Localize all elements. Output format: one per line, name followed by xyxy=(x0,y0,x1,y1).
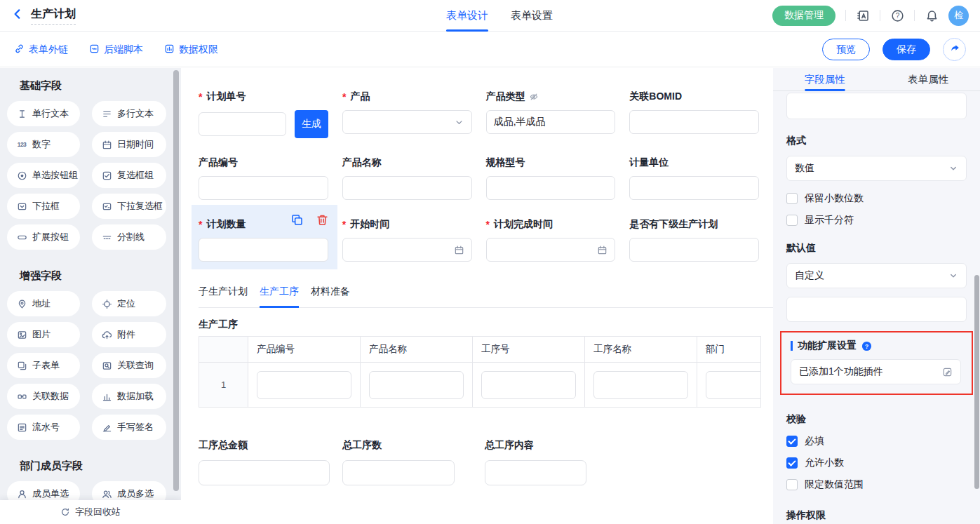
sidebar-item-复选框组[interactable]: 复选框组 xyxy=(92,163,166,188)
field-date-input[interactable] xyxy=(486,238,616,262)
default-value-input[interactable] xyxy=(786,297,967,322)
page-title[interactable]: 生产计划 xyxy=(31,7,76,25)
field-input[interactable] xyxy=(199,176,328,200)
field-input[interactable] xyxy=(199,460,330,485)
preview-button[interactable]: 预览 xyxy=(822,39,870,60)
edit-icon[interactable] xyxy=(942,367,953,377)
sidebar-item-附件[interactable]: 附件 xyxy=(92,322,166,347)
checkbox-unchecked[interactable] xyxy=(786,193,798,204)
subform-tab-2[interactable]: 材料准备 xyxy=(311,280,350,307)
canvas-field-总工序数[interactable]: 总工序数 xyxy=(342,439,455,485)
sidebar-item-手写签名[interactable]: 手写签名 xyxy=(92,415,166,440)
address-book-icon[interactable] xyxy=(856,8,870,22)
sidebar-item-关联查询[interactable]: 关联查询 xyxy=(92,353,166,378)
sidebar-item-定位[interactable]: 定位 xyxy=(92,291,166,316)
sidebar-item-多行文本[interactable]: 多行文本 xyxy=(92,101,166,126)
field-input[interactable] xyxy=(629,110,759,134)
checkbox-checked[interactable] xyxy=(786,457,798,469)
table-cell-input[interactable] xyxy=(369,371,464,399)
field-select[interactable] xyxy=(342,110,472,134)
panel-tab-0[interactable]: 字段属性 xyxy=(773,68,877,90)
share-button[interactable] xyxy=(943,38,966,61)
field-input[interactable] xyxy=(629,238,759,262)
sidebar-item-数字[interactable]: 123数字 xyxy=(7,132,80,157)
toolbar-link[interactable]: 表单外链 xyxy=(14,43,68,56)
sidebar-item-数据加载[interactable]: 数据加载 xyxy=(92,384,166,409)
format-select[interactable]: 数值 xyxy=(786,156,967,181)
sidebar-item-子表单[interactable]: 子表单 xyxy=(7,353,80,378)
sidebar-scrollbar[interactable] xyxy=(173,70,179,491)
canvas-field-产品[interactable]: *产品 xyxy=(342,90,472,138)
panel-scrollbar[interactable] xyxy=(974,275,979,489)
canvas-field-规格型号[interactable]: 规格型号 xyxy=(486,156,616,200)
checkbox-row-保留小数位数[interactable]: 保留小数位数 xyxy=(786,192,967,205)
process-table[interactable]: 产品编号产品名称工序号工序名称部门 1 xyxy=(199,336,761,408)
canvas-field-产品名称[interactable]: 产品名称 xyxy=(342,156,472,200)
field-title-input[interactable] xyxy=(786,93,967,119)
sidebar-item-下拉框[interactable]: 下拉框 xyxy=(7,194,80,219)
sidebar-item-流水号[interactable]: 流水号 xyxy=(7,415,80,440)
field-input[interactable] xyxy=(629,176,759,200)
field-input[interactable] xyxy=(342,176,472,200)
checkbox-row-显示千分符[interactable]: 显示千分符 xyxy=(786,214,967,227)
sidebar-item-关联数据[interactable]: 关联数据 xyxy=(7,384,80,409)
canvas-field-计划数量[interactable]: *计划数量 xyxy=(199,218,328,262)
table-cell-input[interactable] xyxy=(706,371,761,399)
canvas-field-产品编号[interactable]: 产品编号 xyxy=(199,156,328,200)
header-tab-0[interactable]: 表单设计 xyxy=(446,0,488,32)
sidebar-item-扩展按钮[interactable]: 扩展按钮 xyxy=(7,224,80,250)
sidebar-item-单行文本[interactable]: 单行文本 xyxy=(7,101,80,126)
field-recycle-bin[interactable]: 字段回收站 xyxy=(0,500,181,524)
save-button[interactable]: 保存 xyxy=(882,39,930,60)
table-cell-input[interactable] xyxy=(257,371,351,399)
field-input[interactable]: 成品,半成品 xyxy=(486,110,616,134)
checkbox-row-限定数值范围[interactable]: 限定数值范围 xyxy=(786,478,967,491)
canvas-field-计划单号[interactable]: *计划单号 生成 xyxy=(199,90,328,138)
sidebar-item-单选按钮组[interactable]: 单选按钮组 xyxy=(7,163,80,188)
panel-tab-1[interactable]: 表单属性 xyxy=(877,68,980,90)
sidebar-item-地址[interactable]: 地址 xyxy=(7,291,80,316)
sidebar-item-日期时间[interactable]: 日期时间 xyxy=(92,132,166,157)
canvas-field-计量单位[interactable]: 计量单位 xyxy=(629,156,759,200)
default-value-select[interactable]: 自定义 xyxy=(786,263,967,288)
help-icon[interactable]: ? xyxy=(890,8,904,22)
canvas-field-关联BOMID[interactable]: 关联BOMID xyxy=(629,90,759,138)
table-cell-input[interactable] xyxy=(593,371,688,399)
field-date-input[interactable] xyxy=(342,238,472,262)
canvas-field-开始时间[interactable]: *开始时间 xyxy=(342,218,472,262)
header-tab-1[interactable]: 表单设置 xyxy=(511,0,553,32)
field-input[interactable] xyxy=(485,460,586,485)
toolbar-link[interactable]: 后端脚本 xyxy=(89,43,143,56)
calendar-icon xyxy=(597,245,608,255)
bell-icon[interactable] xyxy=(925,8,939,22)
sidebar-item-分割线[interactable]: 分割线 xyxy=(92,224,166,250)
data-manage-button[interactable]: 数据管理 xyxy=(772,6,835,26)
extension-plugin-field[interactable]: 已添加1个功能插件 xyxy=(791,359,961,384)
avatar[interactable]: 检 xyxy=(948,6,969,26)
canvas-field-总工序内容[interactable]: 总工序内容 xyxy=(485,439,586,485)
canvas-field-产品类型[interactable]: 产品类型 成品,半成品 xyxy=(486,90,616,138)
generate-button[interactable]: 生成 xyxy=(295,110,328,138)
checkbox-unchecked[interactable] xyxy=(786,479,798,490)
checkbox-row-允许小数[interactable]: 允许小数 xyxy=(786,457,967,469)
checkbox-row-必填[interactable]: 必填 xyxy=(786,435,967,448)
subform-tab-0[interactable]: 子生产计划 xyxy=(199,280,248,307)
table-cell-input[interactable] xyxy=(481,371,576,399)
field-input[interactable] xyxy=(199,112,286,136)
canvas-field-工序总金额[interactable]: 工序总金额 xyxy=(199,439,330,485)
back-button[interactable] xyxy=(11,8,24,24)
toolbar-link[interactable]: 数据权限 xyxy=(164,43,218,56)
field-input[interactable] xyxy=(486,176,616,200)
sidebar-item-下拉复选框[interactable]: 下拉复选框 xyxy=(92,194,166,219)
field-input[interactable] xyxy=(342,460,455,485)
delete-field-button[interactable] xyxy=(316,213,330,227)
subform-tab-1[interactable]: 生产工序 xyxy=(260,280,299,307)
checkbox-checked[interactable] xyxy=(786,436,798,447)
canvas-field-是否有下级生产计划[interactable]: 是否有下级生产计划 xyxy=(629,218,759,262)
sidebar-item-图片[interactable]: 图片 xyxy=(7,322,80,347)
checkbox-unchecked[interactable] xyxy=(786,215,798,226)
question-icon[interactable]: ? xyxy=(861,341,872,351)
canvas-field-计划完成时间[interactable]: *计划完成时间 xyxy=(486,218,616,262)
field-input[interactable] xyxy=(199,238,328,262)
copy-field-button[interactable] xyxy=(290,213,304,227)
